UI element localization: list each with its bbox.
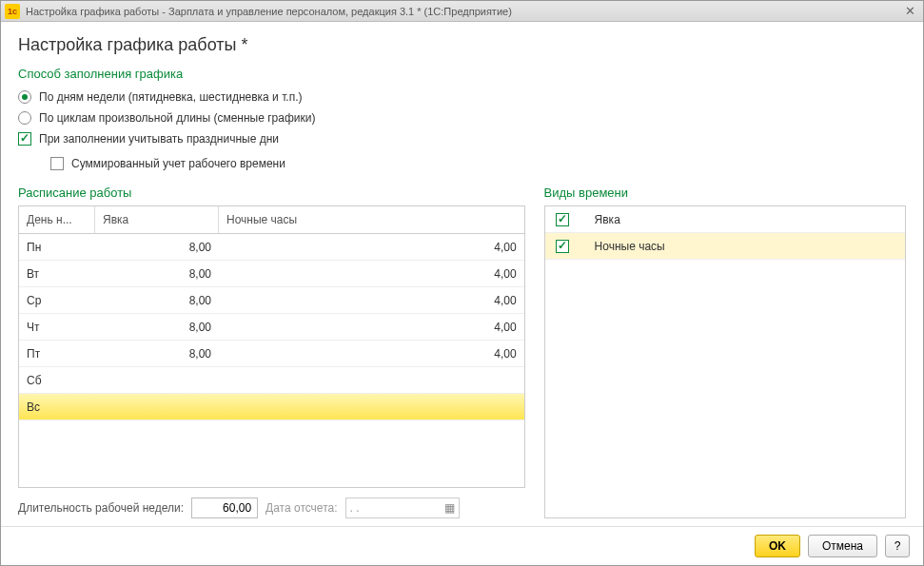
cell-night[interactable]: 4,00 (219, 314, 524, 340)
date-input[interactable]: . . ▦ (345, 498, 460, 518)
page-title: Настройка графика работы * (18, 35, 906, 55)
radio-icon[interactable] (18, 111, 31, 125)
cell-day: Ср (19, 287, 95, 313)
app-logo-icon: 1c (5, 4, 20, 19)
list-item[interactable]: Ночные часы (545, 233, 905, 260)
col-night[interactable]: Ночные часы (219, 206, 524, 233)
radio-label: По дням недели (пятидневка, шестидневка … (39, 90, 303, 104)
bottom-row: Длительность рабочей недели: Дата отсчет… (18, 498, 525, 518)
table-row[interactable]: Вт 8,00 4,00 (19, 261, 524, 287)
cell-night[interactable]: 4,00 (219, 261, 524, 286)
window: 1c Настройка графика работы - Зарплата и… (0, 0, 924, 566)
cell-attendance[interactable]: 8,00 (95, 234, 219, 260)
cell-night[interactable]: 4,00 (219, 287, 524, 313)
checkbox-holidays[interactable]: При заполнении учитывать праздничные дни (18, 132, 906, 146)
cell-attendance[interactable] (95, 367, 219, 393)
checkbox-summarized[interactable]: Суммированный учет рабочего времени (50, 157, 906, 170)
cell-attendance[interactable]: 8,00 (95, 287, 219, 313)
time-type-label: Ночные часы (587, 233, 905, 259)
list-item[interactable]: Явка (545, 206, 905, 233)
titlebar: 1c Настройка графика работы - Зарплата и… (1, 1, 923, 22)
cell-day: Сб (19, 367, 95, 393)
table-row[interactable]: Чт 8,00 4,00 (19, 314, 524, 341)
table-row[interactable]: Ср 8,00 4,00 (19, 287, 524, 314)
cancel-button[interactable]: Отмена (808, 535, 877, 557)
col-attendance[interactable]: Явка (95, 206, 219, 233)
cell-night[interactable] (219, 394, 524, 420)
col-day[interactable]: День н... (19, 206, 95, 233)
week-length-input[interactable] (191, 498, 258, 518)
close-icon[interactable]: ✕ (900, 4, 919, 18)
time-types-heading: Виды времени (544, 185, 906, 200)
help-button[interactable]: ? (885, 535, 910, 557)
cell-attendance[interactable]: 8,00 (95, 341, 219, 366)
cell-attendance[interactable]: 8,00 (95, 261, 219, 286)
cell-night[interactable]: 4,00 (219, 341, 524, 366)
time-type-label: Явка (587, 206, 905, 232)
checkbox-icon[interactable] (50, 157, 64, 170)
table-row[interactable]: Вс (19, 394, 524, 420)
radio-by-cycles[interactable]: По циклам произвольной длины (сменные гр… (18, 111, 906, 125)
cell-day: Пт (19, 341, 95, 366)
checkbox-cell[interactable] (545, 206, 587, 232)
content-area: Настройка графика работы * Способ заполн… (1, 22, 923, 526)
cell-attendance[interactable]: 8,00 (95, 314, 219, 340)
radio-by-weekdays[interactable]: По дням недели (пятидневка, шестидневка … (18, 90, 906, 104)
table-row[interactable]: Пн 8,00 4,00 (19, 234, 524, 261)
fill-method-heading: Способ заполнения графика (18, 67, 906, 81)
window-title: Настройка графика работы - Зарплата и уп… (26, 6, 900, 17)
cell-day: Вс (19, 394, 95, 420)
schedule-grid[interactable]: День н... Явка Ночные часы Пн 8,00 4,00 … (18, 205, 525, 488)
cell-night[interactable] (219, 367, 524, 393)
cell-day: Вт (19, 261, 95, 286)
checkbox-icon[interactable] (556, 240, 569, 253)
checkbox-label: Суммированный учет рабочего времени (71, 157, 285, 170)
table-row[interactable]: Пт 8,00 4,00 (19, 341, 524, 367)
calendar-icon[interactable]: ▦ (444, 501, 455, 515)
schedule-heading: Расписание работы (18, 185, 525, 200)
checkbox-cell[interactable] (545, 233, 587, 259)
footer: OK Отмена ? (1, 526, 923, 565)
checkbox-label: При заполнении учитывать праздничные дни (39, 132, 279, 146)
schedule-grid-header: День н... Явка Ночные часы (19, 206, 524, 234)
ok-button[interactable]: OK (755, 535, 800, 557)
cell-night[interactable]: 4,00 (219, 234, 524, 260)
date-placeholder: . . (350, 501, 360, 515)
week-length-label: Длительность рабочей недели: (18, 501, 184, 515)
date-label: Дата отсчета: (265, 501, 337, 515)
cell-attendance[interactable] (95, 394, 219, 420)
table-row[interactable]: Сб (19, 367, 524, 394)
checkbox-icon[interactable] (556, 213, 569, 226)
cell-day: Пн (19, 234, 95, 260)
cell-day: Чт (19, 314, 95, 340)
time-types-grid[interactable]: Явка Ночные часы (544, 205, 906, 518)
radio-icon[interactable] (18, 90, 31, 104)
checkbox-icon[interactable] (18, 132, 31, 146)
radio-label: По циклам произвольной длины (сменные гр… (39, 111, 316, 125)
